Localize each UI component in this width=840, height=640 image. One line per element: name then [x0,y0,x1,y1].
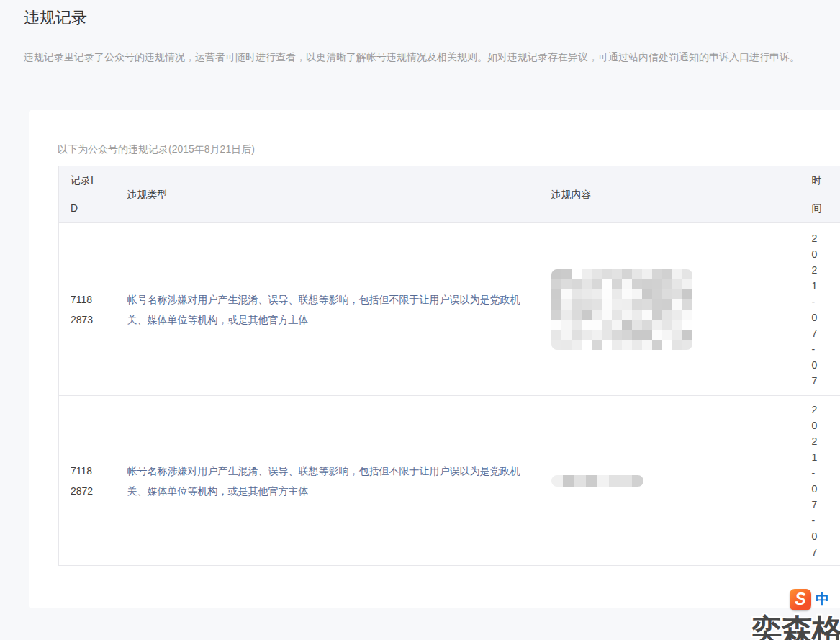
table-row: 71182872 帐号名称涉嫌对用户产生混淆、误导、联想等影响，包括但不限于让用… [59,396,840,566]
page-description: 违规记录里记录了公众号的违规情况，运营者可随时进行查看，以更清晰了解帐号违规情况… [24,50,823,64]
violation-content-cell [548,223,800,396]
column-header-violation-type: 违规类型 [127,166,548,223]
watermark-logo: 奕森格 [751,610,840,640]
records-caption: 以下为公众号的违规记录(2015年8月21日后) [58,142,255,156]
column-header-violation-content: 违规内容 [548,166,800,223]
record-id-cell: 71182873 [59,223,127,396]
violation-type-link[interactable]: 帐号名称涉嫌对用户产生混淆、误导、联想等影响，包括但不限于让用户误以为是党政机关… [127,396,548,566]
violation-type-link[interactable]: 帐号名称涉嫌对用户产生混淆、误导、联想等影响，包括但不限于让用户误以为是党政机关… [127,223,548,396]
page-title: 违规记录 [24,7,87,29]
ime-s-glyph: S [795,588,805,610]
time-cell: 2021-07-07 [800,396,840,566]
violation-content-cell [548,396,800,566]
ime-mode-indicator[interactable]: 中 [816,592,829,608]
redacted-content-mosaic [551,475,643,487]
sogou-input-icon[interactable]: S [790,589,811,610]
violation-records-card: 以下为公众号的违规记录(2015年8月21日后) 记录ID 违规类型 违规内容 … [29,110,840,608]
violation-records-table: 记录ID 违规类型 违规内容 时间 71182873 帐号名称涉嫌对用户产生混淆… [58,166,840,566]
record-id-cell: 71182872 [59,396,127,566]
column-header-time: 时间 [800,166,840,223]
time-cell: 2021-07-07 [800,223,840,396]
table-row: 71182873 帐号名称涉嫌对用户产生混淆、误导、联想等影响，包括但不限于让用… [59,223,840,396]
column-header-record-id: 记录ID [59,166,127,223]
table-header-row: 记录ID 违规类型 违规内容 时间 [59,166,840,223]
redacted-content-mosaic [551,269,692,350]
